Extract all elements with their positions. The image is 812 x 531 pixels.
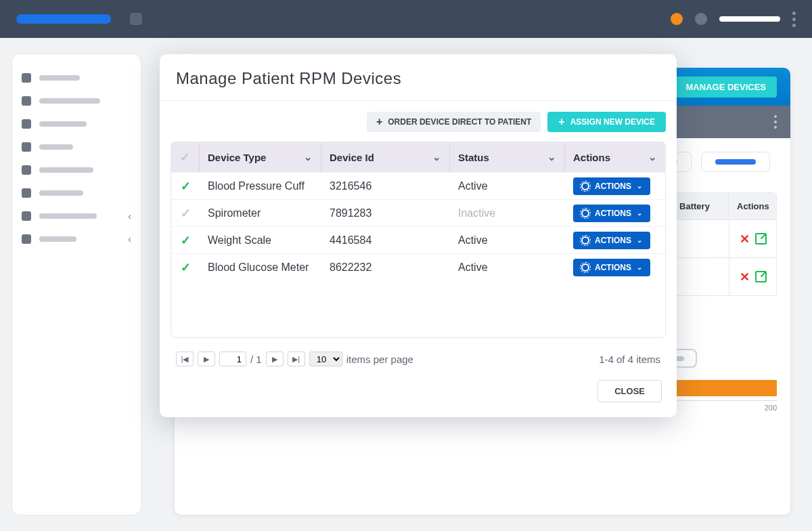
axis-max: 200: [765, 404, 777, 412]
pager-prev-button[interactable]: ▶: [198, 352, 215, 366]
chevron-down-icon: ⌄: [637, 182, 642, 190]
pager: |◀ ▶ / 1 ▶ ▶| 10 items per page 1-4 of 4…: [160, 338, 677, 373]
check-icon: ✓: [180, 150, 190, 165]
tab-active[interactable]: [701, 152, 770, 172]
close-button[interactable]: CLOSE: [597, 380, 662, 402]
pager-last-button[interactable]: ▶|: [288, 352, 305, 366]
table-header: ✓ Device Type ⌄ Device Id ⌄ Status ⌄ Act…: [171, 142, 665, 172]
brand-pill: [16, 14, 111, 24]
cell-id: 8622232: [321, 261, 450, 274]
column-header-type[interactable]: Device Type ⌄: [200, 142, 321, 172]
column-header-status[interactable]: Status ⌄: [450, 142, 565, 172]
check-icon: ✓: [181, 179, 191, 194]
delete-icon[interactable]: ✕: [740, 270, 750, 284]
brand-square: [130, 13, 142, 25]
order-device-label: ORDER DEVICE DIRECT TO PATIENT: [388, 117, 531, 127]
chevron-down-icon: ⌄: [432, 151, 441, 163]
pager-next-button[interactable]: ▶: [266, 352, 284, 366]
sidebar-item[interactable]: [22, 112, 131, 135]
assign-device-button[interactable]: + ASSIGN NEW DEVICE: [547, 112, 666, 132]
cell-status: Inactive: [450, 207, 565, 219]
table-row: ✓Blood Glucose Meter8622232ActiveACTIONS…: [171, 253, 665, 280]
cell-type: Weight Scale: [200, 234, 321, 247]
cell-id: 7891283: [321, 207, 450, 219]
sidebar-item[interactable]: ‹: [22, 205, 131, 228]
gear-icon: [581, 182, 589, 190]
table-row: ✓Spirometer7891283InactiveACTIONS⌄: [171, 199, 665, 226]
sidebar-item[interactable]: [22, 89, 131, 112]
cell-type: Blood Glucose Meter: [200, 261, 321, 274]
gear-icon: [581, 209, 589, 217]
sidebar-item[interactable]: ‹: [22, 228, 131, 251]
row-actions-button[interactable]: ACTIONS⌄: [573, 259, 650, 276]
order-device-button[interactable]: + ORDER DEVICE DIRECT TO PATIENT: [367, 112, 541, 132]
cell-type: Spirometer: [200, 207, 321, 219]
topbar: [0, 0, 812, 38]
sidebar-item[interactable]: [22, 182, 131, 205]
column-header-id[interactable]: Device Id ⌄: [321, 142, 450, 172]
sidebar-item[interactable]: [22, 135, 131, 158]
pager-first-button[interactable]: |◀: [176, 352, 194, 366]
chevron-left-icon: ‹: [128, 234, 131, 245]
table-row: ✓Blood Pressure Cuff3216546ActiveACTIONS…: [171, 172, 665, 199]
chevron-left-icon: ‹: [128, 211, 131, 221]
cell-id: 4416584: [321, 234, 450, 247]
gear-icon: [581, 236, 589, 245]
pager-caption: items per page: [346, 354, 413, 365]
modal-manage-devices: Manage Patient RPM Devices + ORDER DEVIC…: [160, 54, 677, 417]
edit-icon[interactable]: [755, 233, 767, 245]
gear-icon: [581, 263, 589, 272]
sidebar-item[interactable]: [22, 158, 131, 182]
manage-devices-button[interactable]: MANAGE DEVICES: [675, 77, 777, 98]
status-dot: [695, 13, 707, 25]
column-header-actions[interactable]: Actions ⌄: [565, 142, 665, 172]
chevron-down-icon: ⌄: [304, 151, 313, 163]
user-label: [719, 16, 780, 22]
edit-icon[interactable]: [755, 271, 767, 282]
chevron-down-icon: ⌄: [547, 151, 556, 163]
check-icon: ✓: [181, 206, 191, 221]
cell-status: Active: [450, 180, 565, 192]
pager-summary: 1-4 of 4 items: [599, 354, 660, 365]
chevron-down-icon: ⌄: [637, 236, 642, 244]
pager-size-select[interactable]: 10: [309, 352, 342, 366]
delete-icon[interactable]: ✕: [740, 232, 750, 247]
check-icon: ✓: [181, 260, 191, 275]
topbar-kebab-icon[interactable]: [792, 12, 796, 27]
chevron-down-icon: ⌄: [637, 209, 642, 217]
sidebar: ‹ ‹: [12, 54, 141, 515]
panel-kebab-icon[interactable]: [774, 115, 777, 129]
sidebar-item[interactable]: [22, 66, 131, 89]
table-row: ✓Weight Scale4416584ActiveACTIONS⌄: [171, 226, 665, 253]
column-header-check[interactable]: ✓: [171, 142, 200, 172]
notification-dot[interactable]: [671, 13, 683, 25]
column-header-actions[interactable]: Actions: [729, 193, 776, 219]
chevron-down-icon: ⌄: [648, 151, 657, 163]
modal-title: Manage Patient RPM Devices: [160, 54, 677, 101]
row-actions-button[interactable]: ACTIONS⌄: [573, 205, 650, 222]
check-icon: ✓: [181, 233, 191, 248]
device-table: ✓ Device Type ⌄ Device Id ⌄ Status ⌄ Act…: [171, 142, 666, 338]
pager-page-input[interactable]: [219, 352, 246, 366]
assign-device-label: ASSIGN NEW DEVICE: [570, 117, 655, 127]
row-actions-button[interactable]: ACTIONS⌄: [573, 232, 650, 249]
chevron-down-icon: ⌄: [637, 263, 642, 271]
row-actions-button[interactable]: ACTIONS⌄: [573, 177, 650, 195]
cell-type: Blood Pressure Cuff: [200, 180, 321, 192]
cell-status: Active: [450, 234, 565, 247]
cell-status: Active: [450, 261, 565, 274]
cell-id: 3216546: [321, 180, 450, 192]
pager-total: / 1: [250, 354, 262, 365]
